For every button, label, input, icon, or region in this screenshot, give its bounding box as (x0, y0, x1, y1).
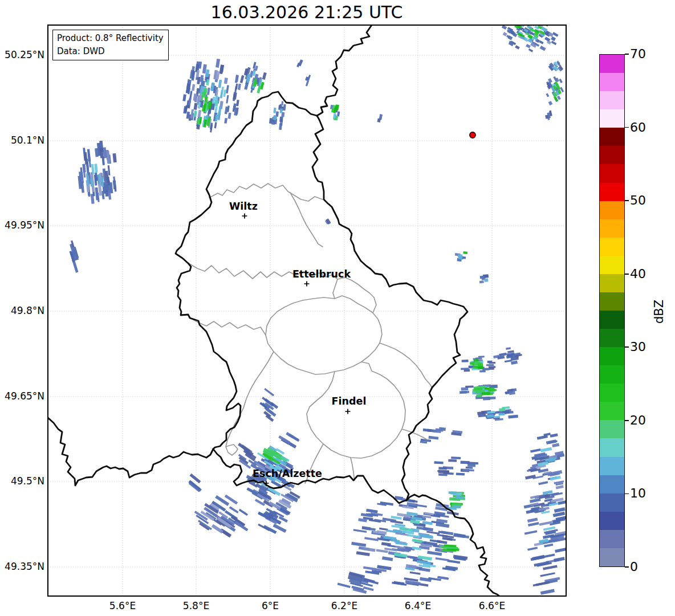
y-tick-label: 50.1°N (0, 134, 44, 146)
echo-cluster-east-b (460, 385, 498, 401)
echo-cluster-nw-c (269, 101, 286, 130)
colorbar-tick (625, 346, 629, 348)
echo-cluster-east-a2 (493, 347, 522, 365)
echo-cluster-right-edge (546, 76, 564, 105)
echo-cluster-nw-main (182, 59, 241, 133)
y-tick-label: 50.25°N (0, 49, 44, 60)
district-border-line (380, 343, 432, 387)
echo-cluster-far-right (524, 433, 570, 595)
colorbar-tick-label: 60 (630, 120, 646, 134)
product-info-line2: Data: DWD (57, 45, 164, 58)
colorbar-tick (625, 274, 629, 275)
radar-map: WiltzEttelbruckFindelEsch/Alzette (0, 0, 675, 616)
echo-cluster-mid-right-b (479, 274, 489, 283)
echo-cluster-esch-n2 (238, 443, 257, 469)
echo-cluster-speck-c (377, 114, 383, 123)
echo-cluster-east-sparse (420, 427, 463, 444)
colorbar-tick-label: 50 (630, 193, 646, 207)
echo-cluster-east-c (477, 406, 518, 421)
echo-cluster-west-main (78, 141, 116, 204)
y-tick-label: 49.8°N (0, 305, 44, 316)
colorbar-tick-label: 20 (630, 413, 646, 427)
district-border-line (333, 279, 338, 299)
country-border-line (48, 418, 213, 486)
radar-echoes (70, 19, 570, 594)
country-border-line (317, 25, 372, 116)
echo-cluster-topright-b (548, 61, 564, 72)
x-tick-label: 6.6°E (479, 600, 505, 611)
city-marker (242, 214, 247, 219)
echo-cluster-speck-b (305, 75, 311, 87)
colorbar-tick-label: 0 (630, 560, 638, 574)
echo-cluster-esch-streak (188, 474, 202, 492)
x-tick-label: 6°E (262, 600, 279, 611)
country-border-line (312, 116, 467, 500)
echo-cluster-esch-mid (278, 432, 299, 448)
echo-cluster-esch-main (246, 452, 300, 519)
city-label: Ettelbruck (292, 268, 351, 280)
product-info-line1: Product: 0.8° Reflectivity (57, 32, 164, 45)
x-tick-label: 6.2°E (331, 600, 357, 611)
echo-cluster-east-b2 (505, 388, 517, 395)
echo-cluster-speck-a (296, 59, 303, 67)
city-label: Findel (332, 395, 367, 407)
product-info-box: Product: 0.8° Reflectivity Data: DWD (52, 30, 169, 60)
colorbar-tick-label: 40 (630, 267, 646, 281)
echo-cluster-right-tail (545, 111, 552, 120)
colorbar-tick (625, 54, 629, 55)
colorbar-tick (625, 566, 629, 568)
city-marker (304, 282, 310, 287)
colorbar-tick (625, 420, 629, 421)
colorbar-tick-label: 70 (630, 47, 646, 61)
colorbar-unit-label: dBZ (652, 300, 666, 324)
echo-cluster-west-streak (70, 240, 79, 273)
colorbar-tick-label: 10 (630, 486, 646, 500)
district-borders (189, 183, 432, 483)
city-label: Wiltz (229, 201, 258, 212)
city-label: Esch/Alzette (253, 468, 322, 479)
colorbar-tick-label: 30 (630, 340, 646, 354)
city-marker (345, 409, 351, 414)
radar-site-marker (470, 132, 475, 138)
echo-cluster-south-bottom (338, 572, 379, 594)
echo-cluster-esch-north (259, 388, 278, 422)
y-tick-label: 49.35°N (0, 561, 44, 572)
y-tick-label: 49.95°N (0, 219, 44, 231)
y-tick-label: 49.65°N (0, 390, 44, 402)
city-annotations: WiltzEttelbruckFindelEsch/Alzette (229, 201, 366, 486)
echo-cluster-nw-b (240, 62, 267, 93)
colorbar-tick (625, 127, 629, 128)
colorbar (599, 54, 625, 567)
radar-figure: 16.03.2026 21:25 UTC WiltzEttelbruckFind… (0, 0, 675, 616)
x-tick-label: 5.6°E (109, 600, 136, 611)
echo-cluster-south-green1 (448, 491, 465, 510)
district-border-line (209, 183, 323, 201)
echo-cluster-east-a (461, 356, 495, 372)
x-tick-label: 5.8°E (183, 600, 209, 611)
colorbar-tick (625, 493, 629, 495)
echo-cluster-border-green (330, 104, 340, 120)
echo-cluster-esch-west (194, 495, 249, 538)
x-tick-label: 6.4°E (405, 600, 431, 611)
district-border-line (307, 362, 405, 458)
echo-cluster-mid-right-a (455, 251, 467, 262)
y-tick-label: 49.5°N (0, 475, 44, 487)
colorbar-tick (625, 200, 629, 201)
district-border-line (338, 278, 376, 313)
echo-cluster-east-e (434, 456, 478, 476)
echo-cluster-speck-d (325, 218, 331, 225)
